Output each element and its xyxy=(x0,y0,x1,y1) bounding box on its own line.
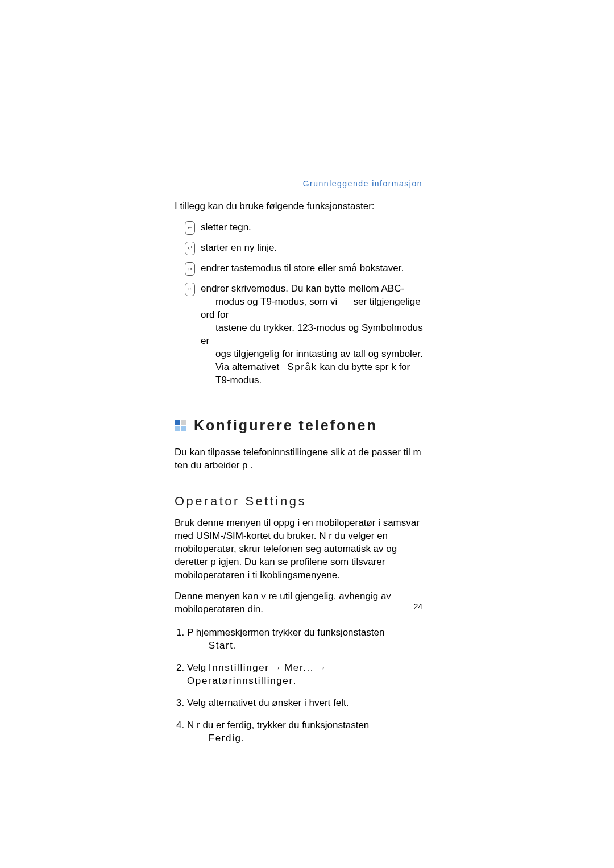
frag: kan du bytte spr k for xyxy=(317,362,410,372)
delete-key-icon: ← xyxy=(185,221,195,235)
frag: Velg xyxy=(187,662,209,673)
softkey-ferdig: Ferdig xyxy=(209,733,242,744)
enter-key-icon: ↵ xyxy=(185,242,195,255)
section-title: Konfigurere telefonen xyxy=(194,417,377,434)
t9-key-icon: T9 xyxy=(185,283,195,296)
menu-innstillinger: Innstillinger xyxy=(209,662,269,673)
case-key-icon: ↑a xyxy=(185,262,195,276)
key-list: ← sletter tegn. ↵ starter en ny linje. ↑… xyxy=(175,221,426,387)
key-text: endrer tastemodus til store eller små bo… xyxy=(201,262,426,275)
frag: ogs xyxy=(215,348,231,359)
frag: modus og T9-modus, som vi xyxy=(215,296,337,307)
running-header: Grunnleggende informasjon xyxy=(303,179,422,188)
frag: tilgjengelig for inntasting av tall og s… xyxy=(231,348,422,359)
softkey-start: Start xyxy=(209,640,234,651)
line: ogs tilgjengelig for inntasting av tall … xyxy=(201,348,423,359)
subsection-heading: Operator Settings xyxy=(175,494,426,509)
line: endrer skrivemodus. Du kan bytte mellom … xyxy=(201,283,404,294)
key-row-delete: ← sletter tegn. xyxy=(185,221,426,235)
menu-mer: Mer... xyxy=(284,662,314,673)
line: tastene du trykker. 123-modus og Symbolm… xyxy=(201,322,423,346)
section-bullet-icon xyxy=(175,420,186,431)
menu-operatorinnstillinger: Operatørinnstillinger xyxy=(187,675,293,686)
line: modus og T9-modus, som vi ser tilgjengel… xyxy=(201,296,421,320)
paragraph: Bruk denne menyen til oppg i en mobilope… xyxy=(175,517,426,582)
page: Grunnleggende informasjon I tillegg kan … xyxy=(0,0,614,868)
key-row-mode: T9 endrer skrivemodus. Du kan bytte mell… xyxy=(185,283,426,387)
key-row-case: ↑a endrer tastemodus til store eller små… xyxy=(185,262,426,276)
key-text: endrer skrivemodus. Du kan bytte mellom … xyxy=(201,283,426,387)
frag: . xyxy=(242,733,244,744)
frag: . xyxy=(293,675,296,686)
step-4: N r du er ferdig, trykker du funksjonsta… xyxy=(187,719,426,745)
key-text: starter en ny linje. xyxy=(201,242,426,255)
frag: Via alternativet xyxy=(215,362,282,372)
steps-list: P hjemmeskjermen trykker du funksjonstas… xyxy=(175,626,426,745)
step-3: Velg alternativet du ønsker i hvert felt… xyxy=(187,697,426,710)
menu-option-sprak: Språk xyxy=(287,362,317,372)
step-1: P hjemmeskjermen trykker du funksjonstas… xyxy=(187,626,426,653)
arrow-icon: → xyxy=(314,662,326,673)
key-row-newline: ↵ starter en ny linje. xyxy=(185,242,426,255)
arrow-icon: → xyxy=(269,662,284,673)
key-text: sletter tegn. xyxy=(201,221,426,234)
step-2: Velg Innstillinger → Mer... → Operatørin… xyxy=(187,662,426,688)
page-number: 24 xyxy=(413,602,422,611)
frag: P hjemmeskjermen trykker du funksjonstas… xyxy=(187,627,384,638)
frag: . xyxy=(234,640,237,651)
section-heading: Konfigurere telefonen xyxy=(175,417,426,434)
intro-text: I tillegg kan du bruke følgende funksjon… xyxy=(175,200,426,213)
line: T9-modus. xyxy=(201,375,262,385)
paragraph: Denne menyen kan v re util gjengelig, av… xyxy=(175,590,426,616)
line: Via alternativet Språk kan du bytte spr … xyxy=(201,362,410,372)
section-paragraph: Du kan tilpasse telefoninnstillingene sl… xyxy=(175,446,426,472)
frag: N r du er ferdig, trykker du funksjonsta… xyxy=(187,720,369,730)
